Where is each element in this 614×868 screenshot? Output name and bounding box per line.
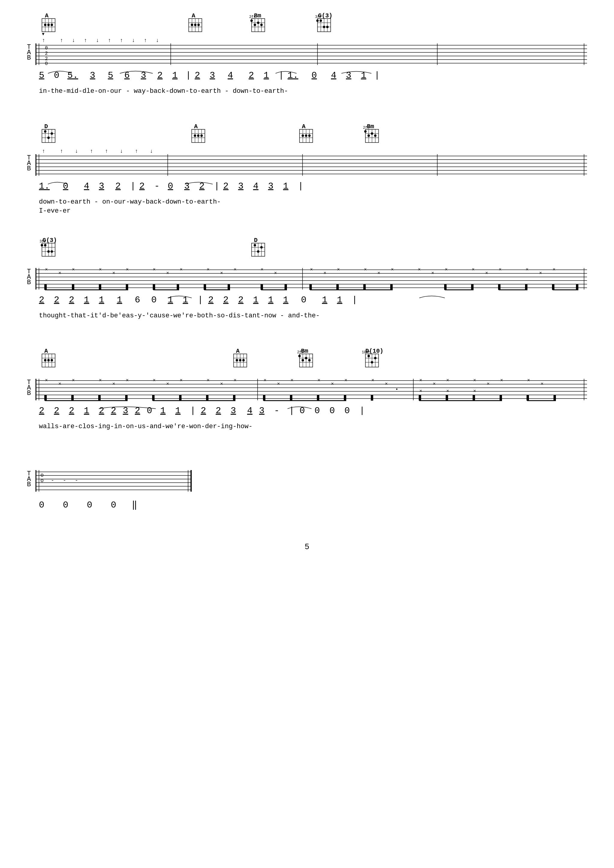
svg-point-186: [41, 244, 43, 246]
svg-text:×: ×: [112, 381, 115, 387]
svg-text:3fr: 3fr: [40, 240, 46, 244]
svg-text:2: 2: [157, 70, 163, 81]
svg-text:2: 2: [216, 406, 221, 416]
svg-text:×: ×: [472, 267, 475, 273]
svg-point-43: [326, 26, 329, 28]
svg-point-115: [200, 135, 203, 137]
svg-point-311: [242, 359, 245, 361]
svg-text:|: |: [279, 70, 284, 81]
svg-text:×: ×: [391, 267, 394, 273]
svg-text:↓: ↓: [150, 148, 153, 154]
svg-text:4: 4: [84, 181, 89, 191]
svg-point-7: [44, 24, 47, 26]
svg-point-42: [323, 26, 325, 28]
svg-text:A: A: [302, 123, 305, 130]
svg-point-105: [51, 132, 53, 135]
svg-rect-392: [290, 395, 292, 401]
svg-text:↑: ↑: [42, 37, 45, 43]
section-5: T A B o o - - - 0: [24, 461, 590, 527]
svg-text:A: A: [236, 348, 240, 355]
svg-point-29: [254, 24, 256, 26]
svg-point-104: [47, 136, 50, 139]
svg-text:-: -: [75, 477, 78, 484]
svg-rect-249: [177, 284, 179, 290]
svg-rect-265: [498, 284, 501, 290]
svg-text:5: 5: [39, 70, 44, 81]
svg-text:×: ×: [99, 267, 102, 273]
svg-text:×: ×: [418, 267, 421, 273]
svg-text:×: ×: [220, 271, 223, 276]
svg-text:B: B: [27, 481, 31, 488]
svg-text:0: 0: [299, 406, 305, 416]
svg-text:↑: ↑: [42, 148, 45, 154]
svg-rect-251: [204, 284, 206, 290]
svg-text:×: ×: [153, 267, 156, 273]
svg-text:2: 2: [111, 406, 116, 416]
svg-point-134: [367, 135, 370, 137]
svg-point-309: [236, 359, 238, 361]
svg-rect-387: [179, 395, 181, 401]
svg-text:×: ×: [433, 381, 436, 387]
svg-point-41: [319, 19, 322, 22]
svg-text:×: ×: [45, 267, 48, 273]
svg-point-18: [191, 24, 193, 26]
svg-point-40: [316, 19, 319, 22]
svg-text:×: ×: [166, 381, 169, 387]
svg-text:×: ×: [539, 271, 542, 276]
svg-text:B: B: [27, 54, 31, 62]
svg-text:3: 3: [123, 406, 128, 416]
svg-text:×: ×: [331, 381, 334, 387]
svg-text:1: 1: [253, 295, 259, 305]
svg-text:3: 3: [184, 181, 189, 191]
svg-text:×: ×: [112, 271, 115, 276]
svg-text:0: 0: [315, 406, 320, 416]
svg-text:↑: ↑: [60, 37, 63, 43]
svg-text:↓: ↓: [75, 148, 78, 154]
svg-text:3: 3: [99, 181, 104, 191]
svg-text:1: 1: [283, 181, 288, 191]
svg-text:|: |: [214, 181, 220, 191]
svg-text:3: 3: [238, 181, 243, 191]
svg-text:×: ×: [290, 378, 293, 383]
svg-text:×: ×: [499, 267, 502, 273]
svg-text:2: 2: [249, 70, 254, 81]
svg-rect-257: [309, 284, 312, 290]
svg-text:3: 3: [259, 406, 265, 416]
svg-text:1: 1: [183, 295, 188, 305]
lyrics-1: in-the-mid-dle-on-our - way-back-down-to…: [39, 87, 288, 95]
svg-text:×: ×: [419, 378, 422, 383]
svg-text:-: -: [63, 477, 66, 484]
svg-rect-384: [125, 395, 127, 401]
lyrics-4: walls-are-clos-ing-in-on-us-and-we're-wo…: [39, 423, 253, 430]
svg-text:A: A: [192, 12, 195, 19]
svg-text:A: A: [194, 123, 198, 130]
page-number: 5: [24, 542, 590, 551]
svg-rect-388: [206, 395, 208, 401]
svg-point-189: [51, 250, 53, 253]
svg-text:×: ×: [207, 267, 210, 273]
svg-rect-246: [126, 284, 128, 290]
svg-point-320: [302, 359, 304, 361]
section-4: A A: [24, 347, 590, 446]
svg-text:×: ×: [385, 381, 388, 387]
svg-text:×: ×: [364, 267, 367, 273]
svg-text:↓: ↓: [120, 148, 123, 154]
section-2: D A: [24, 123, 590, 222]
svg-text:×: ×: [72, 378, 75, 383]
svg-text:2: 2: [201, 406, 206, 416]
svg-text:|: |: [198, 295, 203, 305]
svg-text:2: 2: [238, 295, 243, 305]
svg-text:↑: ↑: [135, 148, 138, 154]
svg-text:1: 1: [322, 295, 327, 305]
svg-text:1: 1: [160, 406, 166, 416]
svg-text:↓: ↓: [132, 37, 135, 43]
svg-point-199: [257, 250, 259, 253]
svg-text:1: 1: [117, 295, 122, 305]
svg-text:↓: ↓: [156, 37, 159, 43]
svg-text:×: ×: [324, 271, 326, 276]
svg-text:0: 0: [63, 500, 68, 510]
svg-text:↑: ↑: [144, 37, 147, 43]
svg-point-188: [47, 250, 50, 253]
svg-point-124: [305, 135, 307, 137]
svg-rect-245: [99, 284, 101, 290]
